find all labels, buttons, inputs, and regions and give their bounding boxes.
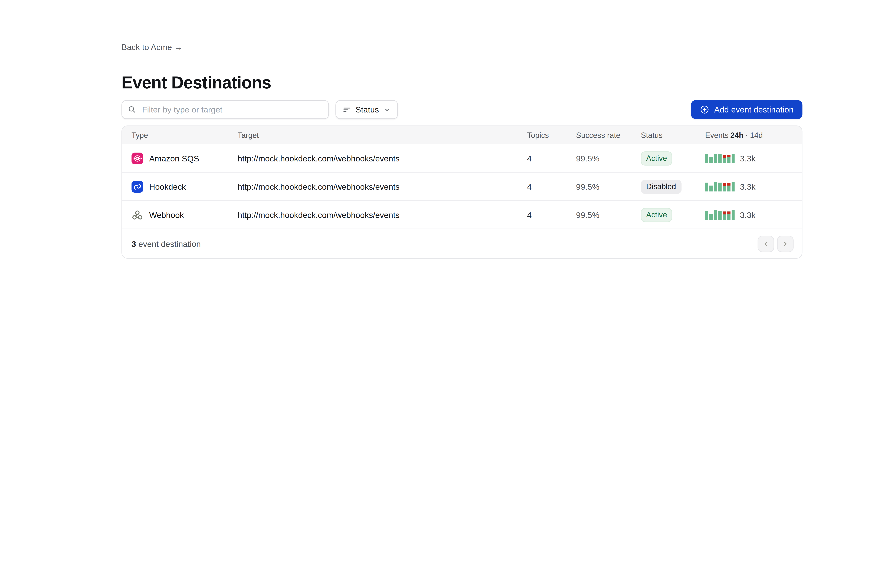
- row-count: 3event destination: [132, 239, 201, 248]
- events-total: 3.3k: [740, 153, 756, 163]
- destination-target: http://mock.hookdeck.com/webhooks/events: [238, 182, 527, 191]
- col-header-type: Type: [132, 130, 238, 140]
- destination-type-label: Hookdeck: [149, 182, 186, 191]
- status-filter-button[interactable]: Status: [335, 100, 398, 119]
- pagination: [758, 235, 794, 252]
- destination-target: http://mock.hookdeck.com/webhooks/events: [238, 153, 527, 163]
- chevron-down-icon: [384, 106, 390, 113]
- destination-type-label: Amazon SQS: [149, 153, 199, 163]
- previous-page-button[interactable]: [758, 235, 774, 252]
- destination-success-rate: 99.5%: [576, 153, 641, 163]
- destination-success-rate: 99.5%: [576, 210, 641, 219]
- status-filter-label: Status: [356, 105, 379, 114]
- search-icon: [128, 105, 136, 114]
- events-sparkline: [705, 182, 735, 191]
- app-window: Back to Acme → Event Destinations Status: [0, 0, 878, 588]
- plus-circle-icon: [700, 105, 710, 114]
- table-row[interactable]: Webhook http://mock.hookdeck.com/webhook…: [122, 200, 802, 229]
- search-box[interactable]: [122, 100, 329, 119]
- table-row[interactable]: Amazon SQS http://mock.hookdeck.com/webh…: [122, 144, 802, 172]
- col-header-topics: Topics: [527, 130, 576, 140]
- hookdeck-icon: [132, 180, 143, 192]
- event-destinations-table: Type Target Topics Success rate Status E…: [122, 126, 803, 259]
- destination-success-rate: 99.5%: [576, 182, 641, 191]
- search-input[interactable]: [141, 104, 322, 115]
- destination-target: http://mock.hookdeck.com/webhooks/events: [238, 210, 527, 219]
- table-row[interactable]: Hookdeck http://mock.hookdeck.com/webhoo…: [122, 172, 802, 200]
- filter-icon: [343, 106, 351, 114]
- add-event-destination-button[interactable]: Add event destination: [691, 100, 802, 119]
- col-header-success-rate: Success rate: [576, 130, 641, 140]
- destination-topics: 4: [527, 153, 576, 163]
- add-event-destination-label: Add event destination: [714, 105, 794, 114]
- events-sparkline: [705, 210, 735, 219]
- destination-type-label: Webhook: [149, 210, 184, 219]
- destination-topics: 4: [527, 182, 576, 191]
- status-badge: Disabled: [641, 179, 681, 194]
- back-to-acme-link[interactable]: Back to Acme →: [122, 42, 182, 52]
- table-header-row: Type Target Topics Success rate Status E…: [122, 126, 802, 144]
- toolbar: Status Add event destination: [122, 100, 803, 119]
- events-sparkline: [705, 153, 735, 163]
- col-header-status: Status: [641, 130, 705, 140]
- events-total: 3.3k: [740, 210, 756, 219]
- chevron-left-icon: [762, 240, 769, 247]
- col-header-target: Target: [238, 130, 527, 140]
- webhook-icon: [132, 209, 143, 220]
- table-footer: 3event destination: [122, 229, 802, 258]
- next-page-button[interactable]: [777, 235, 794, 252]
- amazon-sqs-icon: [132, 152, 143, 164]
- status-badge: Active: [641, 208, 672, 222]
- chevron-right-icon: [782, 240, 789, 247]
- events-total: 3.3k: [740, 182, 756, 191]
- destination-topics: 4: [527, 210, 576, 219]
- page-title: Event Destinations: [122, 72, 803, 93]
- col-header-events: Events24h· 14d: [705, 130, 802, 140]
- status-badge: Active: [641, 151, 672, 165]
